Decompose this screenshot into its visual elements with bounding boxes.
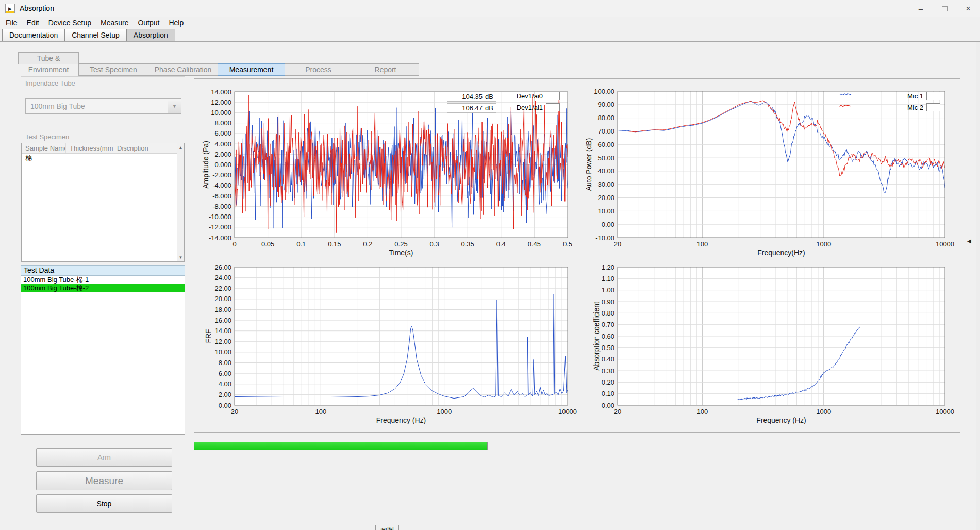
legend-entry-mic-1: Mic 1 [839, 91, 940, 101]
svg-text:4.00: 4.00 [219, 380, 231, 388]
scroll-down-icon[interactable]: ▼ [177, 254, 184, 261]
chart-canvas-auto-power: 100.0090.0080.0070.0060.0050.0040.0030.0… [582, 87, 961, 261]
window-title: Absorption [20, 4, 54, 12]
svg-text:1.10: 1.10 [602, 275, 614, 283]
list-item-100mm-big-tube-1[interactable]: 100mm Big Tube-棉-1 [21, 276, 185, 284]
svg-text:10.000: 10.000 [211, 109, 231, 117]
column-header-discription[interactable]: Discription [113, 143, 177, 153]
legend-dev1-ai0-icon[interactable] [546, 92, 560, 100]
svg-text:0: 0 [232, 240, 236, 248]
tab-absorption[interactable]: Absorption [126, 29, 175, 42]
arm-button[interactable]: Arm [36, 448, 172, 467]
minimize-icon: – [919, 4, 923, 13]
svg-text:100.00: 100.00 [594, 88, 614, 95]
cursor-readout-unit: dB [483, 104, 496, 112]
pane-divider [965, 87, 965, 432]
svg-text:22.00: 22.00 [214, 285, 231, 292]
chart-time-waveform: 14.00012.00010.0008.0006.0004.0002.0000.… [201, 87, 580, 261]
menu-edit[interactable]: Edit [22, 17, 44, 29]
test-specimen-label: Test Specimen [25, 133, 69, 141]
svg-text:-14.000: -14.000 [209, 234, 231, 242]
pane-collapse-arrow-icon[interactable]: ◀ [967, 238, 971, 244]
test-data-list[interactable]: 100mm Big Tube-棉-1100mm Big Tube-棉-2 [21, 276, 185, 435]
list-item-100mm-big-tube-2[interactable]: 100mm Big Tube-棉-2 [21, 284, 185, 292]
menu-file[interactable]: File [1, 17, 22, 29]
legend-mic-2-icon[interactable] [926, 103, 940, 111]
tab-documentation[interactable]: Documentation [2, 29, 65, 42]
menu-help[interactable]: Help [164, 17, 188, 29]
svg-text:0.45: 0.45 [528, 240, 541, 248]
subtab-process[interactable]: Process [285, 63, 352, 76]
impedance-tube-select[interactable]: 100mm Big Tube ▼ [25, 98, 181, 114]
column-header-thickness-mm[interactable]: Thickness(mm) [66, 143, 113, 153]
svg-text:4.000: 4.000 [214, 140, 231, 148]
svg-text:8.00: 8.00 [219, 359, 231, 367]
subtab-test-specimen[interactable]: Test Specimen [78, 63, 148, 76]
test-specimen-table-body: 棉 [22, 154, 177, 261]
svg-text:0.00: 0.00 [602, 402, 614, 409]
subtab-phase-calibration[interactable]: Phase Calibration [148, 63, 218, 76]
svg-text:18.00: 18.00 [214, 306, 231, 313]
subtab-measurement[interactable]: Measurement [218, 63, 285, 76]
svg-text:0.50: 0.50 [602, 344, 614, 352]
svg-text:10000: 10000 [936, 240, 954, 248]
menu-measure[interactable]: Measure [96, 17, 133, 29]
svg-text:0.90: 0.90 [602, 298, 614, 306]
close-button[interactable]: × [956, 0, 980, 17]
svg-text:0.000: 0.000 [214, 161, 231, 169]
svg-text:-4.000: -4.000 [212, 181, 231, 189]
svg-text:20: 20 [231, 408, 238, 416]
svg-text:14.000: 14.000 [211, 88, 231, 96]
minimize-button[interactable]: – [909, 0, 933, 17]
svg-text:10.00: 10.00 [597, 207, 614, 215]
test-specimen-scrollbar[interactable]: ▲ ▼ [177, 143, 184, 261]
chart-auto-power: 100.0090.0080.0070.0060.0050.0040.0030.0… [582, 87, 961, 261]
legend-label: Mic 2 [907, 104, 923, 111]
svg-text:20: 20 [614, 240, 621, 248]
svg-text:0.25: 0.25 [394, 240, 407, 248]
svg-text:0.4: 0.4 [496, 240, 506, 248]
impedance-tube-label: Impendace Tube [25, 79, 75, 87]
column-header-sample-name[interactable]: Sample Name [22, 143, 66, 153]
menu-output[interactable]: Output [133, 17, 164, 29]
svg-text:12.00: 12.00 [214, 338, 231, 345]
legend-entry-mic-2: Mic 2 [839, 103, 940, 112]
scroll-up-icon[interactable]: ▲ [177, 144, 184, 151]
table-row[interactable]: 棉 [22, 154, 177, 163]
chart-frf: 26.0024.0022.0020.0018.0016.0014.0012.00… [201, 262, 580, 432]
tab-channel-setup[interactable]: Channel Setup [64, 29, 127, 42]
test-specimen-table: Sample NameThickness(mm)Discription 棉 ▲ … [21, 143, 185, 262]
bottom-tab-draw[interactable]: 画图 [375, 525, 399, 530]
stop-button[interactable]: Stop [36, 494, 172, 513]
titlebar: ▶ Absorption – × [0, 0, 980, 17]
menu-device-setup[interactable]: Device Setup [44, 17, 96, 29]
svg-text:10000: 10000 [558, 408, 577, 416]
cursor-readout: 106.47dB [447, 103, 496, 113]
svg-text:0.10: 0.10 [602, 390, 614, 397]
progress-fill [194, 442, 487, 450]
subtab-report[interactable]: Report [352, 63, 419, 76]
svg-text:16.00: 16.00 [214, 317, 231, 324]
subtab-tube-environment[interactable]: Tube & Environment [18, 52, 79, 64]
measure-button[interactable]: Measure [36, 471, 172, 490]
svg-text:2.000: 2.000 [214, 151, 231, 158]
svg-text:0.70: 0.70 [602, 321, 614, 328]
right-scroll-strip[interactable] [976, 42, 980, 530]
legend-dev1-ai1-icon[interactable] [546, 103, 560, 111]
legend-mic-1-icon[interactable] [926, 92, 940, 100]
svg-text:Frequency (Hz): Frequency (Hz) [376, 416, 426, 424]
svg-text:-6.000: -6.000 [212, 192, 231, 200]
test-specimen-group: Test Specimen Sample NameThickness(mm)Di… [21, 130, 185, 262]
svg-text:0.1: 0.1 [296, 240, 306, 248]
svg-text:20: 20 [614, 408, 621, 416]
maximize-button[interactable] [933, 0, 956, 17]
maximize-icon [942, 6, 948, 11]
chevron-down-icon[interactable]: ▼ [168, 99, 181, 113]
svg-text:12.000: 12.000 [211, 98, 231, 106]
svg-text:70.00: 70.00 [597, 127, 614, 135]
svg-text:60.00: 60.00 [597, 141, 614, 148]
svg-text:-10.000: -10.000 [209, 213, 231, 221]
svg-text:0.2: 0.2 [363, 240, 372, 248]
svg-text:0.3: 0.3 [430, 240, 439, 248]
svg-text:1000: 1000 [816, 240, 831, 248]
